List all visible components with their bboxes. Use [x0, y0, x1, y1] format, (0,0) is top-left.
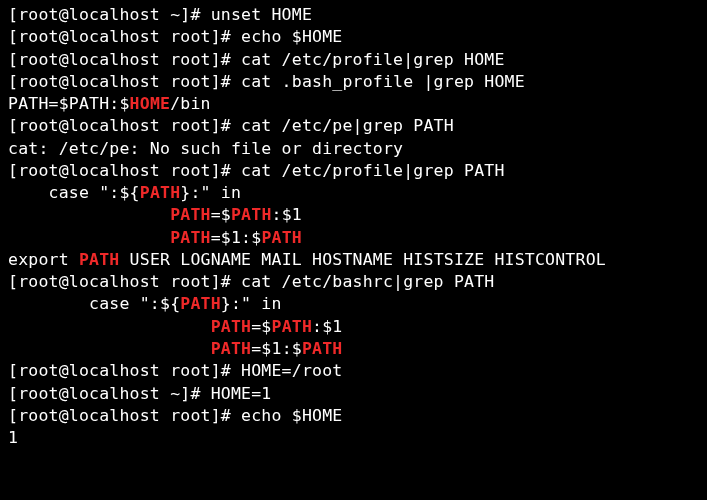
- terminal-text: :$1: [312, 317, 342, 336]
- terminal-text: [root@localhost ~]# unset HOME: [8, 5, 312, 24]
- terminal-output[interactable]: [root@localhost ~]# unset HOME[root@loca…: [0, 0, 707, 453]
- terminal-line: PATH=$PATH:$HOME/bin: [8, 93, 699, 115]
- terminal-text: =$: [211, 205, 231, 224]
- terminal-line: PATH=$PATH:$1: [8, 316, 699, 338]
- highlighted-match: PATH: [79, 250, 120, 269]
- terminal-line: [root@localhost root]# HOME=/root: [8, 360, 699, 382]
- highlighted-match: PATH: [211, 339, 252, 358]
- terminal-text: [root@localhost root]# HOME=/root: [8, 361, 342, 380]
- terminal-line: [root@localhost root]# cat /etc/profile|…: [8, 49, 699, 71]
- terminal-line: [root@localhost ~]# unset HOME: [8, 4, 699, 26]
- terminal-line: [root@localhost ~]# HOME=1: [8, 383, 699, 405]
- highlighted-match: PATH: [211, 317, 252, 336]
- terminal-text: case ":${: [8, 183, 140, 202]
- terminal-line: case ":${PATH}:" in: [8, 293, 699, 315]
- terminal-text: =$1:$: [251, 339, 302, 358]
- terminal-line: [root@localhost root]# cat /etc/bashrc|g…: [8, 271, 699, 293]
- terminal-text: [root@localhost root]# cat /etc/bashrc|g…: [8, 272, 494, 291]
- highlighted-match: HOME: [130, 94, 171, 113]
- terminal-text: :$1: [272, 205, 302, 224]
- terminal-text: [root@localhost root]# cat /etc/profile|…: [8, 50, 505, 69]
- terminal-text: export: [8, 250, 79, 269]
- terminal-line: export PATH USER LOGNAME MAIL HOSTNAME H…: [8, 249, 699, 271]
- terminal-line: PATH=$1:$PATH: [8, 227, 699, 249]
- terminal-text: [root@localhost root]# echo $HOME: [8, 406, 342, 425]
- terminal-line: [root@localhost root]# cat /etc/pe|grep …: [8, 115, 699, 137]
- terminal-text: }:" in: [180, 183, 241, 202]
- terminal-text: cat: /etc/pe: No such file or directory: [8, 139, 403, 158]
- terminal-text: /bin: [170, 94, 211, 113]
- terminal-text: }:" in: [221, 294, 282, 313]
- terminal-line: case ":${PATH}:" in: [8, 182, 699, 204]
- terminal-line: [root@localhost root]# cat .bash_profile…: [8, 71, 699, 93]
- terminal-text: [8, 205, 170, 224]
- terminal-text: PATH=$PATH:$: [8, 94, 130, 113]
- terminal-line: [root@localhost root]# echo $HOME: [8, 26, 699, 48]
- highlighted-match: PATH: [231, 205, 272, 224]
- terminal-line: [root@localhost root]# echo $HOME: [8, 405, 699, 427]
- terminal-line: PATH=$PATH:$1: [8, 204, 699, 226]
- terminal-text: [root@localhost root]# cat /etc/pe|grep …: [8, 116, 454, 135]
- terminal-text: [8, 317, 211, 336]
- terminal-text: [root@localhost root]# cat .bash_profile…: [8, 72, 525, 91]
- terminal-text: =$: [251, 317, 271, 336]
- terminal-line: [root@localhost root]# cat /etc/profile|…: [8, 160, 699, 182]
- terminal-line: cat: /etc/pe: No such file or directory: [8, 138, 699, 160]
- terminal-text: =$1:$: [211, 228, 262, 247]
- terminal-text: [8, 228, 170, 247]
- terminal-line: PATH=$1:$PATH: [8, 338, 699, 360]
- terminal-text: case ":${: [8, 294, 180, 313]
- terminal-text: [root@localhost root]# echo $HOME: [8, 27, 342, 46]
- terminal-text: 1: [8, 428, 18, 447]
- terminal-text: [8, 339, 211, 358]
- highlighted-match: PATH: [180, 294, 221, 313]
- highlighted-match: PATH: [170, 228, 211, 247]
- terminal-line: 1: [8, 427, 699, 449]
- terminal-text: [root@localhost root]# cat /etc/profile|…: [8, 161, 505, 180]
- terminal-text: [root@localhost ~]# HOME=1: [8, 384, 271, 403]
- highlighted-match: PATH: [272, 317, 313, 336]
- highlighted-match: PATH: [170, 205, 211, 224]
- highlighted-match: PATH: [261, 228, 302, 247]
- highlighted-match: PATH: [302, 339, 343, 358]
- terminal-text: USER LOGNAME MAIL HOSTNAME HISTSIZE HIST…: [119, 250, 605, 269]
- highlighted-match: PATH: [140, 183, 181, 202]
